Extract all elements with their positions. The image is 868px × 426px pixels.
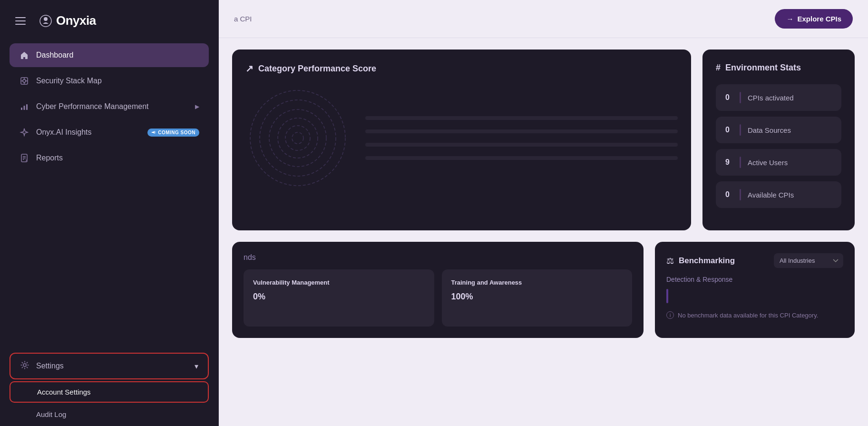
- score-bars: [365, 116, 678, 160]
- concentric-circles-chart: [245, 86, 350, 190]
- bottom-section: nds Vulnerability Management 0% Training…: [219, 242, 868, 338]
- hash-icon: #: [716, 63, 721, 73]
- account-settings-label: Account Settings: [37, 388, 91, 396]
- security-stack-icon: [19, 76, 29, 86]
- score-bar-row: [365, 129, 678, 133]
- svg-point-23: [285, 126, 310, 150]
- settings-label: Settings: [36, 362, 188, 370]
- sidebar-item-onyx-ai[interactable]: Onyx.AI Insights COMING SOON: [10, 120, 209, 144]
- vulnerability-management-value: 0%: [253, 292, 425, 302]
- env-stat-data-sources[interactable]: 0 Data Sources: [716, 117, 841, 143]
- logo-icon: [39, 14, 52, 28]
- score-bar-row: [365, 116, 678, 120]
- performance-chart-icon: ↗: [245, 63, 254, 74]
- home-icon: [19, 50, 29, 60]
- onyx-ai-label: Onyx.AI Insights: [36, 128, 141, 137]
- detection-bar: [666, 289, 668, 303]
- cyber-performance-arrow-icon: ▶: [195, 103, 199, 110]
- svg-rect-10: [26, 104, 28, 110]
- active-users-label: Active Users: [748, 159, 788, 167]
- sidebar-item-cyber-performance[interactable]: Cyber Performance Management ▶: [10, 95, 209, 119]
- svg-line-11: [155, 131, 156, 132]
- coming-soon-badge: COMING SOON: [147, 129, 199, 137]
- breadcrumb: a CPI: [234, 15, 252, 23]
- available-cpis-label: Available CPIs: [748, 191, 794, 199]
- sidebar-item-settings[interactable]: Settings ▾: [10, 353, 209, 379]
- explore-arrow-icon: →: [786, 15, 793, 23]
- content-area: ↗ Category Performance Score: [219, 38, 868, 242]
- explore-cpis-button[interactable]: → Explore CPIs: [775, 9, 853, 29]
- top-bar: a CPI → Explore CPIs: [219, 0, 868, 38]
- svg-line-13: [155, 133, 156, 134]
- score-bar-row: [365, 156, 678, 160]
- logo-text: Onyxia: [56, 13, 96, 28]
- data-sources-value: 0: [725, 126, 733, 134]
- environment-stats-card: # Environment Stats 0 CPIs activated 0 D…: [702, 50, 855, 230]
- training-awareness-title: Training and Awareness: [451, 279, 623, 286]
- coming-soon-text: COMING SOON: [158, 130, 195, 135]
- category-performance-card: ↗ Category Performance Score: [232, 50, 691, 230]
- env-stat-active-users[interactable]: 9 Active Users: [716, 149, 841, 176]
- cyber-performance-label: Cyber Performance Management: [36, 102, 188, 111]
- hamburger-menu[interactable]: [13, 15, 28, 27]
- logo: Onyxia: [39, 13, 96, 28]
- settings-chevron-down-icon: ▾: [195, 362, 198, 371]
- score-bar-row: [365, 143, 678, 147]
- score-bar-bg: [365, 143, 678, 147]
- reports-icon: [19, 153, 29, 163]
- reports-label: Reports: [36, 154, 199, 162]
- detection-response-label: Detection & Response: [666, 276, 843, 283]
- sidebar-item-reports[interactable]: Reports: [10, 146, 209, 170]
- sidebar: Onyxia Dashboard: [0, 0, 219, 426]
- no-benchmark-text: No benchmark data available for this CPI…: [678, 311, 818, 320]
- env-stat-cpis-activated[interactable]: 0 CPIs activated: [716, 84, 841, 111]
- svg-point-1: [44, 17, 48, 21]
- cpis-activated-value: 0: [725, 93, 733, 102]
- sidebar-item-audit-log[interactable]: Audit Log: [10, 405, 209, 424]
- svg-point-20: [260, 100, 336, 176]
- env-stat-available-cpis[interactable]: 0 Available CPIs: [716, 181, 841, 208]
- svg-point-18: [23, 364, 26, 367]
- svg-point-24: [292, 132, 303, 144]
- info-icon: i: [666, 311, 674, 319]
- sidebar-item-dashboard[interactable]: Dashboard: [10, 43, 209, 67]
- cps-content: [245, 86, 678, 190]
- benchmarking-title: Benchmarking: [679, 256, 769, 266]
- stat-divider: [740, 124, 741, 136]
- settings-section: Settings ▾: [0, 353, 218, 381]
- vulnerability-management-title: Vulnerability Management: [253, 279, 425, 286]
- category-performance-title: ↗ Category Performance Score: [245, 63, 678, 74]
- vulnerability-management-card: Vulnerability Management 0%: [244, 269, 434, 327]
- stat-divider: [740, 92, 741, 103]
- stat-divider: [740, 189, 741, 200]
- sidebar-nav: Dashboard Security Stack Map: [0, 36, 218, 353]
- sidebar-item-security-stack-map[interactable]: Security Stack Map: [10, 69, 209, 93]
- svg-point-22: [278, 118, 318, 158]
- gear-icon: [20, 360, 29, 372]
- megaphone-icon: [151, 130, 156, 135]
- environment-stats-title-text: Environment Stats: [725, 63, 801, 73]
- benchmarking-header: ⚖ Benchmarking All Industries Financial …: [666, 253, 843, 268]
- settings-subnav: Account Settings Audit Log: [0, 381, 218, 426]
- sidebar-item-account-settings[interactable]: Account Settings: [10, 381, 209, 403]
- sidebar-header: Onyxia: [0, 0, 218, 36]
- training-awareness-value: 100%: [451, 292, 623, 302]
- bottom-cards-row: Vulnerability Management 0% Training and…: [244, 269, 632, 327]
- audit-log-label: Audit Log: [36, 410, 66, 418]
- training-awareness-card: Training and Awareness 100%: [442, 269, 633, 327]
- svg-point-19: [250, 90, 345, 186]
- benchmarking-card: ⚖ Benchmarking All Industries Financial …: [655, 242, 855, 338]
- bottom-section-label: nds: [244, 253, 632, 262]
- cpis-activated-label: CPIs activated: [748, 94, 794, 102]
- available-cpis-value: 0: [725, 190, 733, 199]
- svg-point-3: [23, 79, 26, 82]
- score-bar-bg: [365, 156, 678, 160]
- compare-dropdown[interactable]: All Industries Financial Services Health…: [774, 253, 843, 268]
- active-users-value: 9: [725, 158, 733, 167]
- benchmarking-icon: ⚖: [666, 256, 674, 266]
- score-bar-bg: [365, 129, 678, 133]
- dashboard-label: Dashboard: [36, 51, 199, 59]
- score-bar-bg: [365, 116, 678, 120]
- svg-rect-9: [24, 106, 25, 110]
- no-benchmark-message: i No benchmark data available for this C…: [666, 311, 843, 320]
